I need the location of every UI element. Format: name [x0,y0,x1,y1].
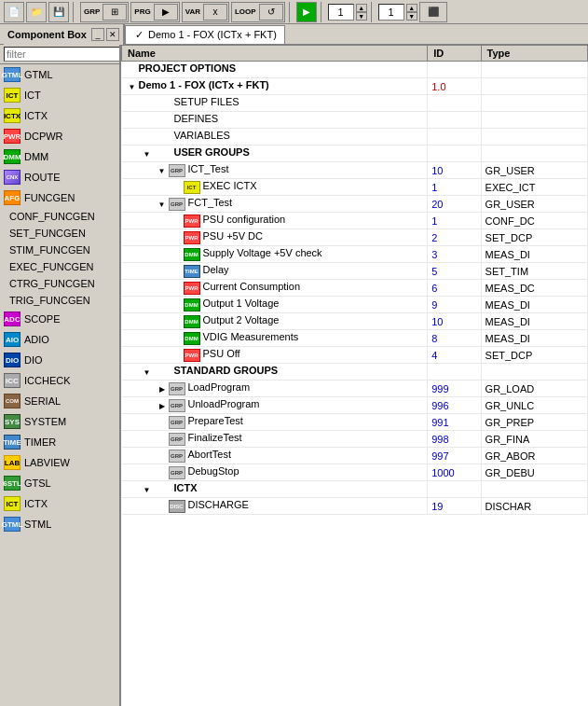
sidebar-item-funcgen[interactable]: AFG FUNCGEN [0,187,119,208]
table-row[interactable]: PWRPSU configuration1CONF_DC [122,213,588,229]
tab-check-icon: ✓ [133,29,144,40]
tree-cell-type: MEAS_DI [481,313,587,330]
table-row[interactable]: GRPLoadProgram999GR_LOAD [122,381,588,397]
tree-row-name: FinalizeTest [188,432,242,443]
sidebar-close-button[interactable]: ✕ [106,28,119,41]
table-row[interactable]: PWRPSU +5V DC2SET_DCP [122,229,588,246]
table-row[interactable]: Demo 1 - FOX (ICTx + FKT)1.0 [122,78,588,95]
main-tab[interactable]: ✓ Demo 1 - FOX (ICTx + FKT) [125,25,285,44]
filter-input[interactable] [4,47,121,62]
tree-row-name: UnloadProgram [188,398,260,409]
tree-toggle[interactable] [156,164,169,177]
ictx2-icon: ICT [4,496,21,511]
sidebar-item-dio[interactable]: DIO DIO [0,350,119,370]
sidebar-item-stml[interactable]: GTML STML [0,514,119,534]
tree-row-icon: GRP [169,399,185,412]
tree-cell-name: TIMEDelay [122,263,428,280]
sidebar-item-serial[interactable]: COM SERIAL [0,391,119,411]
var-button[interactable]: x [203,4,227,21]
tree-toggle[interactable] [141,147,154,160]
tree-cell-id: 1.0 [428,78,481,95]
tree-toggle [126,63,139,76]
sidebar-item-trig-funcgen[interactable]: TRIG_FUNCGEN [0,292,119,309]
table-row[interactable]: GRPFCT_Test20GR_USER [122,196,588,213]
table-row[interactable]: PWRCurrent Consumption6MEAS_DC [122,280,588,297]
table-row[interactable]: GRPICT_Test10GR_USER [122,162,588,179]
sidebar-item-labview[interactable]: LAB LABVIEW [0,452,119,473]
sidebar-label-ictx: ICTX [24,110,48,121]
sidebar-item-dmm[interactable]: DMM DMM [0,146,119,167]
table-row[interactable]: GRPUnloadProgram996GR_UNLC [122,397,588,414]
table-row[interactable]: GRPPrepareTest991GR_PREP [122,414,588,431]
table-row[interactable]: DMMOutput 2 Voltage10MEAS_DI [122,313,588,330]
table-row[interactable]: DMMVDIG Measurements8MEAS_DI [122,330,588,347]
sidebar-item-gtml[interactable]: GTML GTML [0,64,119,85]
table-row[interactable]: SETUP FILES [122,95,588,112]
tree-cell-id: 1 [428,213,481,229]
stop-button[interactable]: ⬛ [419,2,447,22]
tree-cell-id: 997 [428,448,481,464]
sidebar-item-ctrg-funcgen[interactable]: CTRG_FUNCGEN [0,275,119,292]
sidebar-item-ict[interactable]: ICT ICT [0,85,119,105]
sidebar-item-system[interactable]: SYS SYSTEM [0,411,119,432]
tree-row-name: SETUP FILES [174,96,239,107]
table-row[interactable]: GRPFinalizeTest998GR_FINA [122,431,588,448]
open-button[interactable]: 📁 [26,2,47,22]
tree-cell-id: 10 [428,313,481,330]
tree-row-icon: GRP [169,450,185,463]
sidebar-minimize-button[interactable]: _ [91,28,104,41]
prg-button[interactable]: ▶ [154,4,178,21]
tree-cell-type: DISCHAR [481,498,587,515]
tree-toggle[interactable] [141,483,154,496]
tree-toggle[interactable] [156,198,169,211]
table-row[interactable]: GRPAbortTest997GR_ABOR [122,448,588,464]
page-spin[interactable]: ▲ ▼ [356,4,367,21]
sidebar-item-ictx2[interactable]: ICT ICTX [0,493,119,514]
tree-toggle[interactable] [141,366,154,379]
table-row[interactable]: DMMSupply Voltage +5V check3MEAS_DI [122,246,588,263]
sidebar-item-scope[interactable]: ADC SCOPE [0,309,119,329]
sidebar-item-dcpwr[interactable]: PWR DCPWR [0,126,119,146]
sidebar-item-exec-funcgen[interactable]: EXEC_FUNCGEN [0,258,119,275]
table-row[interactable]: DMMOutput 1 Voltage9MEAS_DI [122,297,588,313]
tree-toggle[interactable] [156,382,169,395]
table-row[interactable]: VARIABLES [122,129,588,145]
save-button[interactable]: 💾 [48,2,69,22]
table-row[interactable]: ICTX [122,481,588,498]
table-row[interactable]: USER GROUPS [122,145,588,162]
table-row[interactable]: ICTEXEC ICTX1EXEC_ICT [122,179,588,196]
table-row[interactable]: PROJECT OPTIONS [122,62,588,78]
tree-row-name: DEFINES [174,113,219,124]
table-row[interactable]: GRPDebugStop1000GR_DEBU [122,464,588,481]
table-row[interactable]: PWRPSU Off4SET_DCP [122,347,588,364]
sidebar-item-iccheck[interactable]: ICC ICCHECK [0,370,119,391]
grp-button[interactable]: ⊞ [103,4,127,21]
table-row[interactable]: TIMEDelay5SET_TIM [122,263,588,280]
tree-cell-type: GR_UNLC [481,397,587,414]
table-row[interactable]: DEFINES [122,112,588,129]
component-box-title: Component Box [7,29,87,40]
tree-cell-id: 2 [428,229,481,246]
sidebar-label-route: ROUTE [24,172,61,183]
table-row[interactable]: STANDARD GROUPS [122,364,588,381]
tree-toggle[interactable] [126,80,139,93]
sidebar-item-timer[interactable]: TIME TIMER [0,432,119,452]
sidebar-item-adio[interactable]: AIO ADIO [0,329,119,350]
table-row[interactable]: DISCDISCHARGE19DISCHAR [122,498,588,515]
new-button[interactable]: 📄 [4,2,24,22]
sidebar-item-gtsl[interactable]: 6STL GTSL [0,473,119,493]
sidebar-item-set-funcgen[interactable]: SET_FUNCGEN [0,225,119,242]
sidebar-item-stim-funcgen[interactable]: STIM_FUNCGEN [0,242,119,258]
sidebar-item-ictx[interactable]: ICTX ICTX [0,105,119,126]
sidebar-item-route[interactable]: CNX ROUTE [0,167,119,187]
total-spin[interactable]: ▲ ▼ [406,4,417,21]
sidebar-item-conf-funcgen[interactable]: CONF_FUNCGEN [0,208,119,225]
var-label: VAR [184,7,202,16]
loop-button[interactable]: ↺ [259,4,283,21]
run-button[interactable]: ▶ [296,2,317,22]
tree-cell-name: GRPAbortTest [122,448,428,464]
tree-cell-type: MEAS_DI [481,330,587,347]
tree-toggle [171,181,184,194]
tree-toggle[interactable] [156,399,169,412]
iccheck-icon: ICC [4,373,21,388]
